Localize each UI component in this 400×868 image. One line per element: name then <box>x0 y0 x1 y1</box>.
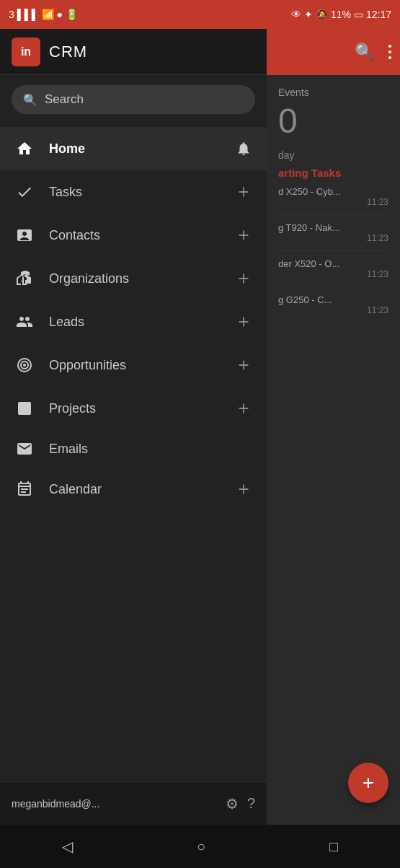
app-title: CRM <box>49 43 87 61</box>
nav-item-organizations[interactable]: Organizations <box>0 257 267 300</box>
no-notification-icon: 🔕 <box>316 9 328 20</box>
search-icon: 🔍 <box>23 93 37 107</box>
settings-icon[interactable]: ⚙ <box>226 795 239 812</box>
drawer-footer: meganbidmead@... ⚙ ? <box>0 781 267 825</box>
bg-body: Events 0 day arting Tasks d X250 - Cyb..… <box>267 75 400 335</box>
nav-item-opportunities[interactable]: Opportunities <box>0 343 267 387</box>
battery-icon: ▭ <box>354 9 363 20</box>
nav-label-emails: Emails <box>49 442 255 457</box>
notification-bell-icon[interactable] <box>232 137 255 160</box>
bg-list: d X250 - Cyb... 11:23 g T920 - Nak... 11… <box>278 179 388 323</box>
battery-percent: 11% <box>331 9 351 20</box>
add-opportunities-icon[interactable] <box>232 354 255 377</box>
list-item-title: der X520 - O... <box>278 258 388 269</box>
home-icon <box>12 140 37 157</box>
list-item: d X250 - Cyb... 11:23 <box>278 179 388 215</box>
status-right: 👁 ✦ 🔕 11% ▭ 12:17 <box>291 9 391 20</box>
home-button[interactable]: ○ <box>197 838 205 855</box>
list-item: g T920 - Nak... 11:23 <box>278 215 388 251</box>
fab-button[interactable]: + <box>348 763 388 803</box>
add-leads-icon[interactable] <box>232 310 255 333</box>
emails-icon <box>12 440 37 457</box>
nav-label-opportunities: Opportunities <box>49 358 232 373</box>
list-item: g G250 - C... 11:23 <box>278 287 388 323</box>
add-projects-icon[interactable] <box>232 397 255 420</box>
wifi-icon: 📶 <box>42 9 54 20</box>
events-label: Events <box>278 87 388 98</box>
list-item-time: 11:23 <box>278 197 388 207</box>
svg-point-2 <box>23 364 26 367</box>
back-button[interactable]: ◁ <box>62 838 73 855</box>
events-count: 0 <box>278 101 388 141</box>
add-organizations-icon[interactable] <box>232 267 255 290</box>
recents-button[interactable]: □ <box>329 838 338 855</box>
nav-item-leads[interactable]: Leads <box>0 300 267 343</box>
nav-item-projects[interactable]: Projects <box>0 387 267 430</box>
nav-item-tasks[interactable]: Tasks <box>0 170 267 214</box>
background-content: 🔍 Events 0 day arting Tasks d X250 - Cyb… <box>267 29 400 825</box>
app-logo: in <box>12 38 40 66</box>
tasks-icon <box>12 183 37 201</box>
status-bar: 3 ▌▌▌ 📶 ● 🔋 👁 ✦ 🔕 11% ▭ 12:17 <box>0 0 400 29</box>
organizations-icon <box>12 270 37 287</box>
nav-label-leads: Leads <box>49 315 232 330</box>
nav-item-calendar[interactable]: Calendar <box>0 468 267 511</box>
time-display: 12:17 <box>366 9 391 20</box>
nav-label-calendar: Calendar <box>49 482 232 497</box>
nav-label-organizations: Organizations <box>49 271 232 286</box>
nav-label-tasks: Tasks <box>49 185 232 200</box>
list-item-title: g T920 - Nak... <box>278 222 388 233</box>
nav-item-home[interactable]: Home <box>0 127 267 170</box>
status-left: 3 ▌▌▌ 📶 ● 🔋 <box>9 9 78 20</box>
more-options-icon[interactable] <box>388 45 391 59</box>
tasks-label: arting Tasks <box>278 167 388 179</box>
nav-label-contacts: Contacts <box>49 228 232 243</box>
nav-item-emails[interactable]: Emails <box>0 430 267 468</box>
today-label: day <box>278 149 388 161</box>
nav-label-projects: Projects <box>49 401 232 416</box>
android-nav-bar: ◁ ○ □ <box>0 825 400 868</box>
bg-header: 🔍 <box>267 29 400 75</box>
projects-icon <box>12 400 37 417</box>
search-placeholder: Search <box>45 92 84 107</box>
battery-low-icon: 🔋 <box>66 9 78 20</box>
help-icon[interactable]: ? <box>247 795 255 812</box>
signal-icon: ▌▌▌ <box>17 9 39 20</box>
calendar-icon <box>12 481 37 498</box>
bluetooth-icon: ✦ <box>304 9 313 20</box>
leads-icon <box>12 313 37 330</box>
eye-icon: 👁 <box>291 9 301 20</box>
app-header: in CRM <box>0 29 267 75</box>
contacts-icon <box>12 227 37 244</box>
list-item-title: d X250 - Cyb... <box>278 186 388 197</box>
add-calendar-icon[interactable] <box>232 478 255 501</box>
list-item-time: 11:23 <box>278 305 388 315</box>
carrier-text: 3 <box>9 9 14 20</box>
nav-item-contacts[interactable]: Contacts <box>0 214 267 257</box>
list-item-title: g G250 - C... <box>278 294 388 305</box>
user-email: meganbidmead@... <box>12 798 217 810</box>
opportunities-icon <box>12 356 37 374</box>
nav-label-home: Home <box>49 141 232 157</box>
add-contacts-icon[interactable] <box>232 224 255 247</box>
search-header-icon[interactable]: 🔍 <box>355 43 374 61</box>
whatsapp-icon: ● <box>57 9 63 20</box>
search-bar[interactable]: 🔍 Search <box>12 85 255 114</box>
nav-list: HomeTasksContactsOrganizationsLeadsOppor… <box>0 124 267 781</box>
list-item-time: 11:23 <box>278 269 388 279</box>
add-tasks-icon[interactable] <box>232 180 255 203</box>
list-item: der X520 - O... 11:23 <box>278 251 388 287</box>
list-item-time: 11:23 <box>278 233 388 243</box>
navigation-drawer: in CRM 🔍 Search HomeTasksContactsOrganiz… <box>0 29 267 825</box>
